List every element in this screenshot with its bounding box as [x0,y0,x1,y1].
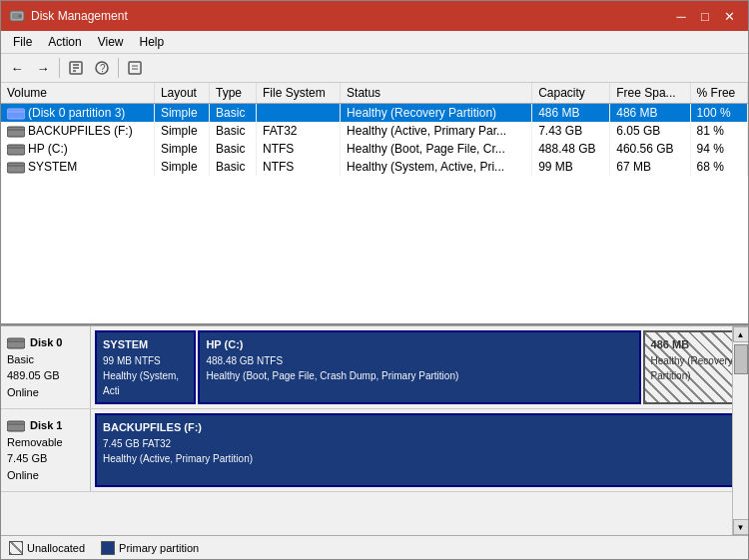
cell-pct: 94 % [690,140,747,158]
properties-button[interactable] [64,56,88,80]
cell-free: 486 MB [610,104,690,123]
partition-label: SYSTEM [103,336,188,353]
volume-table-section[interactable]: Volume Layout Type File System Status Ca… [1,83,748,325]
col-status[interactable]: Status [341,83,532,104]
row-disk-icon [7,124,28,138]
disk-status: Online [7,467,84,484]
cell-filesystem: FAT32 [257,122,341,140]
window-title: Disk Management [31,9,128,23]
table-header-row: Volume Layout Type File System Status Ca… [1,83,748,104]
properties-icon [68,60,84,76]
scroll-up-arrow[interactable]: ▲ [733,326,749,342]
disk-label: Disk 1 Removable 7.45 GB Online [1,409,91,491]
cell-free: 460.56 GB [610,140,690,158]
table-row[interactable]: SYSTEMSimpleBasicNTFSHealthy (System, Ac… [1,158,748,176]
partition-sublabel: 7.45 GB FAT32 [103,436,736,451]
col-volume[interactable]: Volume [1,83,154,104]
col-capacity[interactable]: Capacity [532,83,610,104]
disk-map-container[interactable]: Disk 0 Basic 489.05 GB Online SYSTEM 99 … [1,326,748,535]
table-row[interactable]: BACKUPFILES (F:)SimpleBasicFAT32Healthy … [1,122,748,140]
legend-primary: Primary partition [101,541,199,555]
partition[interactable]: SYSTEM 99 MB NTFS Healthy (System, Acti [95,330,196,404]
cell-free: 67 MB [610,158,690,176]
minimize-button[interactable]: ─ [670,6,692,26]
svg-rect-20 [7,338,25,348]
disk-icon [7,144,25,156]
disk-icon [7,162,25,174]
menu-file[interactable]: File [5,33,40,51]
disk-partitions: SYSTEM 99 MB NTFS Healthy (System, Acti … [91,326,748,408]
scrollbar-thumb[interactable] [734,344,748,374]
partition-sublabel: 99 MB NTFS [103,353,188,368]
menu-bar: File Action View Help [1,31,748,54]
menu-help[interactable]: Help [132,33,173,51]
cell-type: Basic [210,140,257,158]
cell-type: Basic [210,158,257,176]
cell-layout: Simple [154,104,209,123]
format-button[interactable] [123,56,147,80]
scrollbar[interactable]: ▲ ▼ [732,326,748,535]
partition[interactable]: 486 MB Healthy (Recovery Partition) [643,330,744,404]
disk-small-icon [7,337,25,349]
close-button[interactable]: ✕ [718,6,740,26]
cell-status: Healthy (Boot, Page File, Cr... [341,140,532,158]
cell-pct: 100 % [690,104,747,123]
partition-label: HP (C:) [206,336,632,353]
svg-rect-9 [129,62,141,74]
title-controls: ─ □ ✕ [670,6,740,26]
col-filesystem[interactable]: File System [257,83,341,104]
cell-volume: HP (C:) [1,140,154,158]
partition[interactable]: BACKUPFILES (F:) 7.45 GB FAT32 Healthy (… [95,413,744,487]
disk-partitions: BACKUPFILES (F:) 7.45 GB FAT32 Healthy (… [91,409,748,491]
legend-bar: Unallocated Primary partition [1,535,748,559]
svg-rect-16 [7,145,25,155]
col-pct[interactable]: % Free [690,83,747,104]
menu-action[interactable]: Action [40,33,89,51]
svg-rect-12 [7,109,25,119]
legend-unallocated-box [9,541,23,555]
legend-unallocated-label: Unallocated [27,542,85,554]
cell-filesystem: NTFS [257,158,341,176]
scroll-down-arrow[interactable]: ▼ [733,519,749,535]
help-toolbar-button[interactable]: ? [90,56,114,80]
legend-primary-box [101,541,115,555]
col-layout[interactable]: Layout [154,83,209,104]
table-row[interactable]: (Disk 0 partition 3)SimpleBasicHealthy (… [1,104,748,123]
cell-filesystem: NTFS [257,140,341,158]
col-type[interactable]: Type [210,83,257,104]
cell-layout: Simple [154,140,209,158]
partition-sublabel: 488.48 GB NTFS [206,353,632,368]
partition[interactable]: HP (C:) 488.48 GB NTFS Healthy (Boot, Pa… [198,330,640,404]
menu-view[interactable]: View [90,33,132,51]
svg-rect-18 [7,163,25,173]
svg-point-2 [19,15,22,18]
partition-sublabel: Healthy (Recovery Partition) [651,353,736,383]
toolbar-separator-1 [59,58,60,78]
main-content: Volume Layout Type File System Status Ca… [1,83,748,559]
forward-button[interactable]: → [31,56,55,80]
cell-volume: SYSTEM [1,158,154,176]
disk-size: 7.45 GB [7,450,84,467]
cell-free: 6.05 GB [610,122,690,140]
row-disk-icon [7,142,28,156]
disk-type: Removable [7,434,84,451]
disk-name: Disk 0 [7,334,84,351]
toolbar-separator-2 [118,58,119,78]
back-button[interactable]: ← [5,56,29,80]
title-bar: Disk Management ─ □ ✕ [1,1,748,31]
cell-type: Basic [210,104,257,123]
cell-capacity: 7.43 GB [532,122,610,140]
partition-desc: Healthy (Boot, Page File, Crash Dump, Pr… [206,368,632,383]
partition-label: BACKUPFILES (F:) [103,419,736,436]
maximize-button[interactable]: □ [694,6,716,26]
col-free[interactable]: Free Spa... [610,83,690,104]
cell-layout: Simple [154,122,209,140]
disk-map-row: Disk 0 Basic 489.05 GB Online SYSTEM 99 … [1,326,748,409]
disk-size: 489.05 GB [7,367,84,384]
partition-desc: Healthy (System, Acti [103,368,188,398]
disk-icon [7,126,25,138]
partition-desc: Healthy (Active, Primary Partition) [103,451,736,466]
table-row[interactable]: HP (C:)SimpleBasicNTFSHealthy (Boot, Pag… [1,140,748,158]
cell-volume: BACKUPFILES (F:) [1,122,154,140]
disk-small-icon [7,420,25,432]
